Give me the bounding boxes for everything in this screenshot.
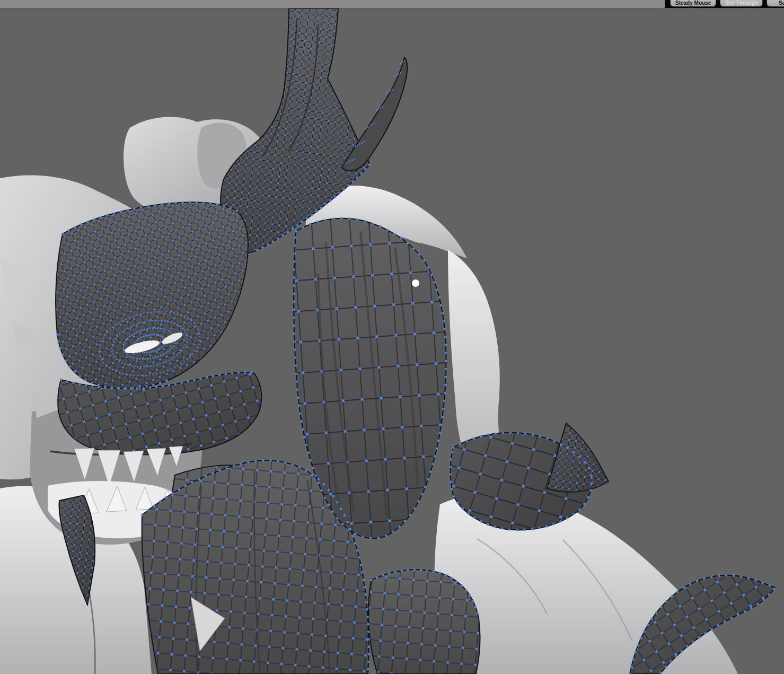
see-through-button[interactable]: See Through	[720, 0, 763, 7]
steady-mouse-button[interactable]: Steady Mouse	[670, 0, 716, 7]
cursor-dot	[412, 279, 419, 287]
top-bar: Steady Mouse See Through Subd	[0, 0, 784, 8]
viewport-3d[interactable]	[0, 8, 784, 674]
scene-canvas	[0, 8, 784, 674]
subdivide-button[interactable]: Subd	[767, 0, 784, 7]
viewport-button-zone: Steady Mouse See Through Subd	[665, 0, 784, 8]
